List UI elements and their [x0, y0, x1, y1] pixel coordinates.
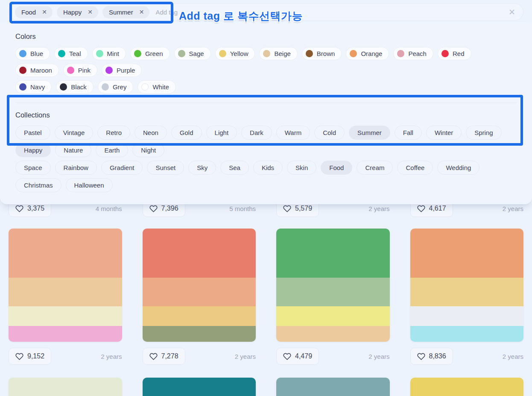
collection-filter-sea[interactable]: Sea [220, 161, 249, 175]
color-filter-label: Yellow [230, 50, 248, 57]
color-filter-brown[interactable]: Brown [302, 47, 342, 60]
collection-filter-retro[interactable]: Retro [97, 126, 130, 140]
palette-card[interactable] [143, 378, 256, 396]
palette-stripe[interactable] [143, 378, 256, 396]
palette-stripe[interactable] [276, 378, 390, 396]
collection-filter-halloween[interactable]: Halloween [66, 178, 113, 192]
collection-filter-skin[interactable]: Skin [287, 161, 316, 175]
palette-stripe[interactable] [410, 229, 524, 278]
palette-stripe[interactable] [9, 306, 122, 326]
color-filter-green[interactable]: Green [130, 47, 170, 60]
collection-filter-summer[interactable]: Summer [349, 126, 390, 140]
collection-filter-christmas[interactable]: Christmas [15, 178, 61, 192]
color-dot-icon [306, 50, 313, 57]
color-filter-grey[interactable]: Grey [98, 80, 134, 94]
palette-card[interactable] [143, 229, 256, 342]
add-tag-input[interactable]: Add tag [155, 9, 178, 16]
palette-stripe[interactable] [410, 378, 524, 396]
palette-card[interactable] [410, 378, 524, 396]
collection-filter-wedding[interactable]: Wedding [437, 161, 479, 175]
palette-card[interactable] [276, 229, 390, 342]
collection-filter-cold[interactable]: Cold [314, 126, 345, 140]
collection-filter-food[interactable]: Food [321, 161, 352, 175]
collection-filter-earth[interactable]: Earth [96, 143, 128, 157]
color-filter-pink[interactable]: Pink [63, 64, 97, 77]
tag-pill[interactable]: Happy✕ [57, 6, 98, 18]
palette-stripe[interactable] [143, 229, 256, 278]
palette-card[interactable] [410, 229, 524, 342]
like-button[interactable]: 9,152 [9, 348, 51, 365]
color-filter-peach[interactable]: Peach [393, 47, 433, 60]
like-button[interactable]: 8,836 [410, 348, 453, 365]
tag-pill[interactable]: Food✕ [15, 6, 53, 18]
palette-stripe[interactable] [276, 326, 390, 342]
collection-filter-spring[interactable]: Spring [466, 126, 501, 140]
palette-stripe[interactable] [410, 278, 524, 306]
collection-filter-neon[interactable]: Neon [134, 126, 167, 140]
palette-stripe[interactable] [9, 229, 122, 278]
collection-filter-pastel[interactable]: Pastel [15, 126, 50, 140]
collection-filter-night[interactable]: Night [132, 143, 164, 157]
collection-filter-sky[interactable]: Sky [188, 161, 216, 175]
palette-stripe[interactable] [9, 378, 122, 396]
collection-filter-sunset[interactable]: Sunset [147, 161, 184, 175]
palette-card[interactable] [9, 378, 122, 396]
palette-stripe[interactable] [9, 278, 122, 306]
collection-filter-vintage[interactable]: Vintage [55, 126, 94, 140]
palette-grid: 3,3754 months7,3965 months5,5792 years4,… [0, 200, 532, 396]
color-filter-label: Maroon [30, 67, 52, 74]
color-filter-orange[interactable]: Orange [346, 47, 389, 60]
tag-search-bar[interactable]: Food✕Happy✕Summer✕ Add tag ✕ [9, 3, 523, 21]
collection-filter-cream[interactable]: Cream [357, 161, 393, 175]
collection-filter-nature[interactable]: Nature [55, 143, 91, 157]
palette-stripe[interactable] [143, 278, 256, 306]
color-filter-sage[interactable]: Sage [174, 47, 211, 60]
palette-stripe[interactable] [143, 306, 256, 326]
color-filter-mint[interactable]: Mint [92, 47, 126, 60]
close-icon[interactable]: ✕ [509, 7, 515, 17]
collection-filter-fall[interactable]: Fall [395, 126, 422, 140]
palette-stripe[interactable] [276, 229, 390, 278]
remove-tag-icon[interactable]: ✕ [42, 9, 47, 15]
color-filter-blue[interactable]: Blue [15, 47, 50, 60]
color-filter-purple[interactable]: Purple [102, 64, 142, 77]
like-button[interactable]: 4,479 [276, 348, 319, 365]
collection-filter-kids[interactable]: Kids [253, 161, 283, 175]
color-filter-navy[interactable]: Navy [15, 80, 52, 94]
tag-pill[interactable]: Summer✕ [102, 6, 149, 18]
collections-section-title: Collections [15, 111, 517, 119]
color-filter-black[interactable]: Black [56, 80, 94, 94]
palette-stripe[interactable] [276, 278, 390, 306]
palette-card[interactable] [276, 378, 390, 396]
collection-filter-gold[interactable]: Gold [171, 126, 202, 140]
color-filter-yellow[interactable]: Yellow [215, 47, 255, 60]
palette-stripe[interactable] [410, 326, 524, 342]
color-filter-red[interactable]: Red [438, 47, 471, 60]
remove-tag-icon[interactable]: ✕ [88, 9, 93, 15]
tag-label: Happy [63, 9, 82, 16]
color-dot-icon [58, 50, 65, 57]
collection-filter-space[interactable]: Space [15, 161, 51, 175]
color-filter-maroon[interactable]: Maroon [15, 64, 59, 77]
like-count: 9,152 [27, 352, 44, 360]
collection-filter-coffee[interactable]: Coffee [397, 161, 433, 175]
collection-filter-dark[interactable]: Dark [241, 126, 272, 140]
palette-stripe[interactable] [9, 326, 122, 342]
color-filter-teal[interactable]: Teal [54, 47, 88, 60]
palette-stripe[interactable] [143, 326, 256, 342]
collection-filter-light[interactable]: Light [206, 126, 237, 140]
collection-filter-gradient[interactable]: Gradient [101, 161, 143, 175]
collection-filter-happy[interactable]: Happy [15, 143, 51, 157]
collection-filter-rainbow[interactable]: Rainbow [55, 161, 97, 175]
color-filter-beige[interactable]: Beige [259, 47, 297, 60]
palette-stripe[interactable] [276, 306, 390, 326]
collection-filter-winter[interactable]: Winter [426, 126, 462, 140]
color-filter-label: Green [145, 50, 163, 57]
like-count: 5,579 [295, 205, 312, 212]
color-filter-white[interactable]: White [137, 80, 175, 94]
palette-stripe[interactable] [410, 306, 524, 326]
like-button[interactable]: 7,278 [143, 348, 185, 365]
collection-filter-warm[interactable]: Warm [276, 126, 310, 140]
palette-card[interactable] [9, 229, 122, 342]
remove-tag-icon[interactable]: ✕ [139, 9, 144, 15]
